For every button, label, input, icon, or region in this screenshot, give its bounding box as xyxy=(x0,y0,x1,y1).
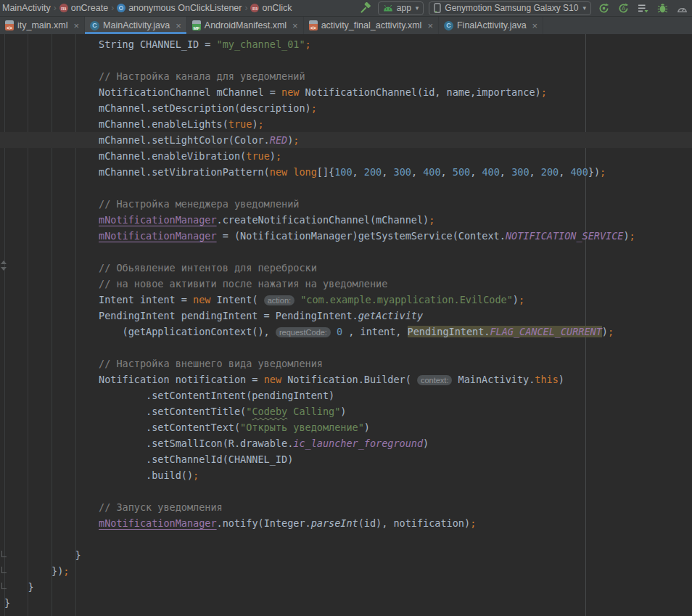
code-line xyxy=(0,244,692,260)
close-tab-icon[interactable]: × xyxy=(292,21,298,30)
menu-list-icon[interactable] xyxy=(635,1,650,15)
anonymous-class-icon xyxy=(117,4,125,12)
apply-changes-icon[interactable] xyxy=(596,1,611,15)
code-line: // Запуск уведомления xyxy=(0,499,692,515)
code-line: .setContentIntent(pendingIntent) xyxy=(0,387,692,403)
apply-code-changes-icon[interactable]: A xyxy=(616,1,630,15)
code-line: String CHANNEL_ID = "my_channel_01"; xyxy=(0,36,692,52)
method-icon: m xyxy=(59,4,68,12)
java-class-icon: C xyxy=(90,21,99,30)
editor-tab-bar: <>ity_main.xml×CMainActivity.java×MFAndr… xyxy=(0,17,692,35)
device-label: Genymotion Samsung Galaxy S10 xyxy=(445,3,578,13)
code-line: } xyxy=(0,579,692,595)
close-tab-icon[interactable]: × xyxy=(532,21,538,30)
code-line xyxy=(0,531,692,547)
manifest-icon: MF xyxy=(192,20,201,30)
run-configuration-dropdown[interactable]: app ▾ xyxy=(378,1,424,15)
code-line: PendingIntent pendingIntent = PendingInt… xyxy=(0,308,692,324)
code-line: // Настройка менеджера уведомлений xyxy=(0,196,692,212)
code-line: mChannel.setDescription(description); xyxy=(0,100,692,116)
code-line xyxy=(0,483,692,499)
parameter-hint: context: xyxy=(417,375,453,385)
code-line: NotificationChannel mChannel = new Notif… xyxy=(0,84,692,100)
code-line: mNotificationManager = (NotificationMana… xyxy=(0,228,692,244)
android-icon xyxy=(383,4,393,12)
tab-androidmanifest-xml[interactable]: MFAndroidManifest.xml× xyxy=(187,17,304,34)
tab-label: FinalActtivity.java xyxy=(457,20,527,30)
code-line: // на новое активити после нажатия на ув… xyxy=(0,276,692,292)
code-line xyxy=(0,180,692,196)
code-line: .setSmallIcon(R.drawable.ic_launcher_for… xyxy=(0,435,692,451)
code-line: .build(); xyxy=(0,467,692,483)
code-line: (getApplicationContext(), requestCode: 0… xyxy=(0,324,692,340)
profiler-icon[interactable] xyxy=(675,1,689,15)
svg-text:A: A xyxy=(621,5,625,12)
code-line: Intent intent = new Intent( action: "com… xyxy=(0,292,692,308)
code-line: .setContentTitle("Codeby Calling") xyxy=(0,403,692,419)
breadcrumb-separator-icon: › xyxy=(244,3,247,13)
editor-pane: String CHANNEL_ID = "my_channel_01"; // … xyxy=(0,34,692,616)
code-line xyxy=(0,52,692,68)
breadcrumb-item[interactable]: MainActivity xyxy=(1,3,52,13)
tab-label: ity_main.xml xyxy=(17,20,67,30)
breadcrumb-item[interactable]: anonymous OnClickListener xyxy=(116,3,242,13)
code-line xyxy=(0,340,692,356)
code-line: // Настройка канала для уведомлений xyxy=(0,68,692,84)
breadcrumb-label: onClick xyxy=(262,3,292,13)
main-toolbar: app ▾ Genymotion Samsung Galaxy S10 ▾ xyxy=(358,1,691,15)
code-editor[interactable]: String CHANNEL_ID = "my_channel_01"; // … xyxy=(0,34,692,611)
code-line: mChannel.setVibrationPattern(new long[]{… xyxy=(0,164,692,180)
java-class-icon: C xyxy=(444,21,453,30)
code-line: // Обьявление интентов для переброски xyxy=(0,260,692,276)
code-line: mNotificationManager.createNotificationC… xyxy=(0,212,692,228)
run-configuration-label: app xyxy=(397,3,411,13)
debug-icon[interactable] xyxy=(655,1,670,15)
breadcrumb-item[interactable]: monCreate xyxy=(59,3,109,13)
tab-label: MainActivity.java xyxy=(103,20,170,30)
breadcrumb-item[interactable]: monClick xyxy=(250,3,292,13)
close-tab-icon[interactable]: × xyxy=(73,21,79,30)
close-tab-icon[interactable]: × xyxy=(176,21,181,30)
code-line: mNotificationManager.notify(Integer.pars… xyxy=(0,515,692,531)
code-line: } xyxy=(0,595,692,611)
breadcrumb-label: anonymous OnClickListener xyxy=(128,3,242,13)
method-icon: m xyxy=(250,4,259,12)
code-line-current: mChannel.setLightColor(Color.RED); xyxy=(0,132,692,148)
navigation-bar: MainActivity›monCreate›anonymous OnClick… xyxy=(0,0,692,17)
breadcrumb-label: onCreate xyxy=(71,3,108,13)
code-line: // Настройка внешнего вида уведомления xyxy=(0,356,692,371)
device-dropdown[interactable]: Genymotion Samsung Galaxy S10 ▾ xyxy=(429,1,591,15)
breadcrumb: MainActivity›monCreate›anonymous OnClick… xyxy=(1,3,292,13)
xml-icon: <> xyxy=(309,20,318,30)
code-line: .setChannelId(CHANNEL_ID) xyxy=(0,451,692,467)
tab-finalacttivity-java[interactable]: CFinalActtivity.java× xyxy=(439,17,543,34)
tab-mainactivity-java[interactable]: CMainActivity.java× xyxy=(85,17,187,34)
code-line: }); xyxy=(0,563,692,579)
breadcrumb-separator-icon: › xyxy=(111,3,114,13)
ide-window: MainActivity›monCreate›anonymous OnClick… xyxy=(0,0,692,616)
close-tab-icon[interactable]: × xyxy=(427,21,433,30)
xml-icon: <> xyxy=(5,20,14,30)
build-hammer-icon[interactable] xyxy=(358,1,373,15)
tab-activity-final-acttivity-xml[interactable]: <>activity_final_acttivity.xml× xyxy=(304,17,439,34)
tab-label: AndroidManifest.xml xyxy=(205,20,287,30)
code-line: .setContentText("Открыть уведомление") xyxy=(0,419,692,435)
parameter-hint: requestCode: xyxy=(276,327,331,337)
tab-label: activity_final_acttivity.xml xyxy=(321,20,422,30)
code-line: mChannel.enableLights(true); xyxy=(0,116,692,132)
code-line: mChannel.enableVibration(true); xyxy=(0,148,692,164)
code-line: } xyxy=(0,547,692,563)
code-line: Notification notification = new Notifica… xyxy=(0,371,692,387)
breadcrumb-separator-icon: › xyxy=(54,3,57,13)
tab-ity-main-xml[interactable]: <>ity_main.xml× xyxy=(0,17,85,34)
breadcrumb-label: MainActivity xyxy=(2,3,51,13)
device-phone-icon xyxy=(434,3,441,13)
parameter-hint: action: xyxy=(264,295,294,305)
chevron-down-icon: ▾ xyxy=(416,4,419,12)
chevron-down-icon: ▾ xyxy=(582,4,586,12)
